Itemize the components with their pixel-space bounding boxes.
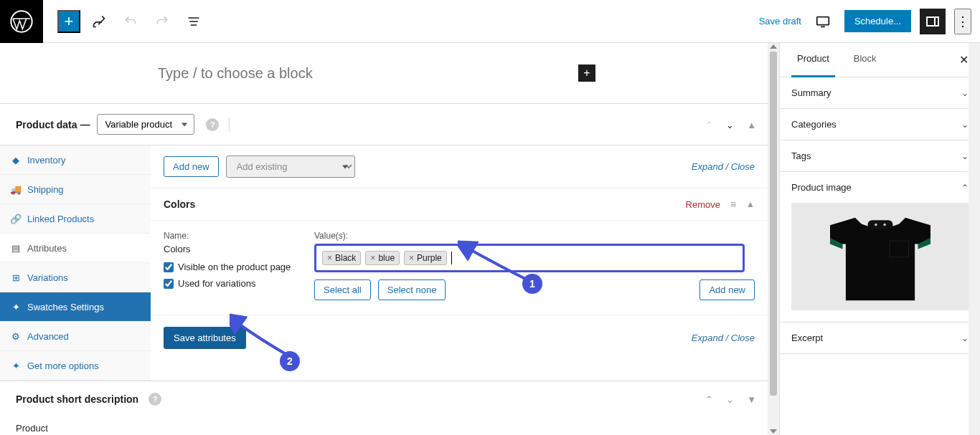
section-summary[interactable]: Summary⌄ xyxy=(780,77,980,108)
editor-scrollbar[interactable] xyxy=(768,43,779,435)
attribute-collapse-icon[interactable]: ▲ xyxy=(746,199,755,209)
section-categories[interactable]: Categories⌄ xyxy=(780,109,980,140)
remove-chip-icon[interactable]: × xyxy=(409,253,414,263)
tab-swatches-settings[interactable]: ✦Swatches Settings xyxy=(0,292,151,322)
svg-point-3 xyxy=(875,224,877,226)
attribute-name-value: Colors xyxy=(164,244,300,254)
add-new-value-button[interactable]: Add new xyxy=(699,279,755,300)
more-options-icon: ✦ xyxy=(10,360,22,371)
short-description-title: Product short description xyxy=(16,393,138,405)
wordpress-logo[interactable] xyxy=(0,0,43,43)
product-type-select[interactable]: Variable product xyxy=(97,114,194,135)
variations-icon: ⊞ xyxy=(10,272,22,283)
shipping-icon: 🚚 xyxy=(10,183,22,195)
text-cursor xyxy=(451,252,452,264)
panel-collapse-icon[interactable]: ▲ xyxy=(747,119,756,130)
chevron-down-icon: ⌄ xyxy=(961,120,969,130)
annotation-badge-1: 1 xyxy=(522,274,542,294)
section-product-image[interactable]: Product image⌃ xyxy=(780,172,980,203)
schedule-button[interactable]: Schedule... xyxy=(844,10,911,32)
values-label: Value(s): xyxy=(314,231,755,241)
top-toolbar: + Save draft Schedule... ⋮ xyxy=(0,0,980,43)
undo-icon[interactable] xyxy=(118,9,143,34)
value-chip-black[interactable]: ×Black xyxy=(322,251,361,265)
tab-shipping[interactable]: 🚚Shipping xyxy=(0,175,151,204)
panel-down-icon[interactable]: ⌄ xyxy=(726,119,734,130)
select-all-button[interactable]: Select all xyxy=(314,279,371,300)
link-icon: 🔗 xyxy=(10,213,22,224)
swatches-icon: ✦ xyxy=(10,301,22,312)
chevron-down-icon: ⌄ xyxy=(961,151,969,161)
product-data-label: Product data — xyxy=(16,119,90,130)
visible-checkbox[interactable] xyxy=(164,262,174,272)
short-description-panel: Product short description ? ⌃ ⌄ ▼ xyxy=(0,381,768,417)
drag-handle-icon[interactable]: ≡ xyxy=(730,199,736,210)
visible-checkbox-row[interactable]: Visible on the product page xyxy=(164,262,300,272)
add-block-button[interactable]: + xyxy=(57,10,80,33)
inline-add-block-button[interactable]: + xyxy=(578,64,595,82)
inventory-icon: ◆ xyxy=(10,154,22,166)
expand-close-top[interactable]: Expand / Close xyxy=(692,161,755,172)
remove-attribute-link[interactable]: Remove xyxy=(686,199,720,210)
remove-chip-icon[interactable]: × xyxy=(370,253,375,263)
block-prompt-text[interactable]: Type / to choose a block xyxy=(158,65,313,82)
tab-linked-products[interactable]: 🔗Linked Products xyxy=(0,204,151,234)
save-draft-button[interactable]: Save draft xyxy=(759,16,801,27)
help-icon[interactable]: ? xyxy=(206,118,219,131)
used-variations-label: Used for variations xyxy=(178,278,255,289)
preview-icon[interactable] xyxy=(810,9,836,34)
tab-advanced[interactable]: ⚙Advanced xyxy=(0,322,151,351)
product-data-panel: Product data — Variable product ? ⌃ ⌄ ▲ … xyxy=(0,103,768,381)
attributes-icon: ▤ xyxy=(10,242,22,254)
panel-collapse-icon[interactable]: ▼ xyxy=(747,394,756,405)
settings-panel-toggle[interactable] xyxy=(920,9,946,34)
sidebar-close-icon[interactable]: ✕ xyxy=(959,43,969,77)
more-options-icon[interactable]: ⋮ xyxy=(954,9,971,34)
panel-down-icon[interactable]: ⌄ xyxy=(726,394,734,405)
edit-mode-icon[interactable] xyxy=(86,9,112,34)
product-data-header: Product data — Variable product ? ⌃ ⌄ ▲ xyxy=(0,104,768,145)
tab-variations[interactable]: ⊞Variations xyxy=(0,263,151,292)
used-variations-checkbox-row[interactable]: Used for variations xyxy=(164,278,300,289)
sidebar-tab-product[interactable]: Product xyxy=(791,43,835,77)
help-icon[interactable]: ? xyxy=(149,393,161,406)
add-existing-select[interactable]: Add existing xyxy=(226,156,355,178)
gear-icon: ⚙ xyxy=(10,330,22,342)
svg-rect-1 xyxy=(817,16,829,24)
add-new-attribute-button[interactable]: Add new xyxy=(164,156,219,177)
chevron-down-icon: ⌄ xyxy=(961,333,969,343)
attributes-content: Add new Add existing Expand / Close Colo… xyxy=(151,145,768,381)
chevron-down-icon: ⌄ xyxy=(961,88,969,98)
section-tags[interactable]: Tags⌄ xyxy=(780,140,980,171)
sidebar-scrollbar[interactable] xyxy=(969,43,980,435)
chevron-up-icon: ⌃ xyxy=(961,183,969,193)
redo-icon[interactable] xyxy=(149,9,175,34)
annotation-badge-2: 2 xyxy=(280,351,300,371)
product-image-preview[interactable] xyxy=(780,203,980,322)
expand-close-bottom[interactable]: Expand / Close xyxy=(692,333,755,343)
used-variations-checkbox[interactable] xyxy=(164,279,174,289)
panel-up-icon[interactable]: ⌃ xyxy=(705,394,713,405)
tab-inventory[interactable]: ◆Inventory xyxy=(0,145,151,175)
product-data-tabs: ◆Inventory 🚚Shipping 🔗Linked Products ▤A… xyxy=(0,145,151,381)
footer-text: Product xyxy=(0,417,768,435)
svg-rect-2 xyxy=(867,220,892,229)
section-excerpt[interactable]: Excerpt⌄ xyxy=(780,322,980,353)
attribute-title: Colors xyxy=(164,199,195,210)
value-chip-purple[interactable]: ×Purple xyxy=(404,251,447,265)
outline-icon[interactable] xyxy=(181,9,207,34)
settings-sidebar: Product Block ✕ Summary⌄ Categories⌄ Tag… xyxy=(779,43,980,435)
remove-chip-icon[interactable]: × xyxy=(327,253,332,263)
editor-area: Type / to choose a block + Product data … xyxy=(0,43,768,435)
attribute-values-input[interactable]: ×Black ×blue ×Purple xyxy=(314,244,745,272)
value-chip-blue[interactable]: ×blue xyxy=(365,251,400,265)
svg-point-4 xyxy=(883,224,886,226)
sidebar-tab-block[interactable]: Block xyxy=(848,43,882,77)
tab-attributes[interactable]: ▤Attributes xyxy=(0,234,151,263)
select-none-button[interactable]: Select none xyxy=(378,279,446,300)
product-shirt-image xyxy=(805,206,956,307)
panel-up-icon[interactable]: ⌃ xyxy=(705,119,713,130)
tab-get-more-options[interactable]: ✦Get more options xyxy=(0,351,151,381)
name-label: Name: xyxy=(164,231,300,241)
save-attributes-button[interactable]: Save attributes xyxy=(164,327,246,349)
